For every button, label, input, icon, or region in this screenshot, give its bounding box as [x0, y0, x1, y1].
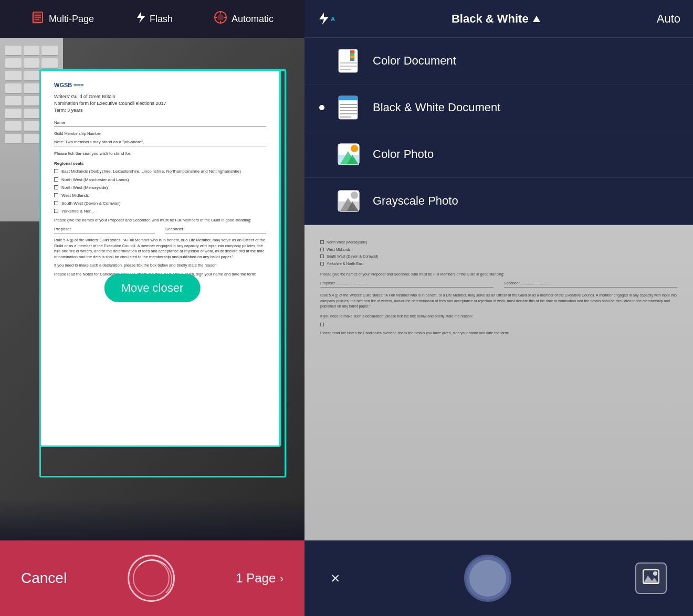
preview-checkbox-4: Yorkshire & North East: [320, 261, 677, 267]
svg-point-37: [351, 192, 358, 199]
doc-seat6: Yorkshire & Nor...: [54, 208, 266, 214]
mode-item-color-document[interactable]: Color Document: [304, 38, 693, 84]
right-bottom-bar: ×: [304, 540, 693, 616]
doc-seats-section: Please tick the seat you wish to stand f…: [54, 151, 266, 156]
capture-inner: [469, 560, 506, 597]
preview-checkbox-3: South West (Devon & Cornwall): [320, 254, 677, 260]
doc-name-field: Name: [54, 120, 266, 127]
flash-auto-icon[interactable]: A: [317, 12, 335, 26]
preview-declaration-text: If you need to make such a declaration, …: [320, 314, 677, 320]
doc-seat4: West Midlands: [54, 193, 266, 198]
mode-list: Color Document Black & White: [304, 38, 693, 225]
automatic-label: Automatic: [232, 14, 274, 25]
multipage-button[interactable]: Multi-Page: [31, 10, 94, 27]
flash-auto-badge: A: [331, 16, 335, 22]
svg-rect-14: [350, 56, 354, 58]
doc-regional-seats: Regional seats: [54, 161, 266, 166]
page-count-label: 1 Page: [236, 571, 276, 586]
doc-seat1: East Midlands (Derbyshire, Leicestershir…: [54, 168, 266, 174]
shutter-arc: [132, 559, 172, 599]
mode-item-grayscale-photo[interactable]: Grayscale Photo: [304, 178, 693, 225]
right-panel: A Black & White Auto: [304, 0, 693, 616]
multipage-icon: [31, 10, 45, 27]
mode-selected-bullet: [319, 105, 324, 110]
svg-point-6: [217, 14, 224, 20]
flash-icon: [135, 10, 145, 27]
preview-rule-text: Rule 5.4 (j) of the Writers' Guild state…: [320, 293, 677, 310]
dropdown-triangle-icon: [533, 16, 540, 22]
auto-label[interactable]: Auto: [657, 12, 680, 26]
gallery-button[interactable]: [635, 562, 667, 594]
preview-document: North West (Merseyside) West Midlands So…: [304, 225, 693, 540]
preview-declaration-checkbox: [320, 322, 677, 326]
capture-button[interactable]: [464, 555, 511, 602]
close-button[interactable]: ×: [331, 569, 340, 587]
cancel-button[interactable]: Cancel: [21, 570, 67, 587]
doc-proposer-label: Please give the names of your Proposer a…: [54, 218, 266, 224]
svg-rect-21: [339, 99, 358, 100]
left-bottom-bar: Cancel 1 Page ›: [0, 540, 304, 616]
doc-seat5: South West (Devon & Cornwall): [54, 200, 266, 206]
doc-declaration-text: If you need to make such a declaration, …: [54, 263, 266, 269]
doc-logo: WGSB ===: [54, 81, 266, 89]
camera-bottom-overlay: [0, 498, 304, 540]
color-document-icon: [335, 47, 362, 75]
chevron-right-icon: ›: [280, 572, 284, 585]
color-photo-icon: [335, 141, 362, 168]
svg-rect-15: [350, 58, 354, 61]
multipage-label: Multi-Page: [49, 14, 94, 25]
doc-membership-field: Guild Membership Number: [54, 131, 266, 137]
doc-seat2: North West (Manchester and Lancs): [54, 177, 266, 183]
preview-checkbox-2: West Midlands: [320, 247, 677, 253]
mode-title[interactable]: Black & White: [452, 12, 540, 26]
mode-title-label: Black & White: [452, 12, 529, 26]
mode-item-bw-document[interactable]: Black & White Document: [304, 84, 693, 131]
doc-seat3: North West (Merseyside): [54, 185, 266, 190]
right-toolbar: A Black & White Auto: [304, 0, 693, 38]
mode-item-color-photo[interactable]: Color Photo: [304, 131, 693, 178]
preview-checkbox-1: North West (Merseyside): [320, 240, 677, 246]
color-photo-label: Color Photo: [373, 147, 434, 161]
svg-rect-12: [350, 50, 354, 53]
move-closer-badge: Move closer: [104, 274, 201, 302]
shutter-inner: [133, 560, 170, 597]
flash-label: Flash: [150, 14, 173, 25]
shutter-button[interactable]: [128, 555, 175, 602]
bw-document-icon: [335, 94, 362, 121]
svg-marker-40: [644, 576, 658, 583]
grayscale-photo-icon: [335, 187, 362, 215]
page-count-button[interactable]: 1 Page ›: [236, 571, 284, 586]
camera-view: WGSB === Writers' Guild of Great Britain…: [0, 38, 304, 540]
grayscale-photo-label: Grayscale Photo: [373, 194, 458, 208]
doc-proposer: Proposer: [54, 226, 155, 233]
preview-area: North West (Merseyside) West Midlands So…: [304, 225, 693, 540]
flash-button[interactable]: Flash: [135, 10, 173, 27]
doc-seconder: Seconder: [165, 226, 266, 233]
preview-proposer-label: Please give the names of your Proposer a…: [320, 272, 677, 278]
preview-notes-text: Please read the Notes for Candidates ove…: [320, 331, 677, 336]
gallery-icon: [643, 569, 659, 587]
document-preview: WGSB === Writers' Guild of Great Britain…: [39, 69, 281, 447]
svg-point-31: [351, 145, 358, 152]
doc-membership-note: Note: Two members may stand as a "job-sh…: [54, 139, 266, 146]
bw-document-label: Black & White Document: [373, 101, 500, 114]
left-panel: Multi-Page Flash Automati: [0, 0, 304, 616]
svg-rect-13: [350, 53, 354, 56]
doc-rule-text: Rule 5.4 (j) of the Writers' Guild state…: [54, 238, 266, 260]
automatic-icon: [214, 10, 227, 27]
automatic-button[interactable]: Automatic: [214, 10, 274, 27]
color-document-label: Color Document: [373, 54, 456, 68]
preview-proposer-field: Proposer ...............................…: [320, 281, 494, 288]
left-toolbar: Multi-Page Flash Automati: [0, 0, 304, 38]
preview-content: North West (Merseyside) West Midlands So…: [304, 225, 693, 347]
doc-title: Writers' Guild of Great Britain Nominati…: [54, 93, 266, 113]
svg-point-41: [653, 571, 657, 576]
preview-seconder-field: Seconder ...............................…: [504, 281, 677, 288]
